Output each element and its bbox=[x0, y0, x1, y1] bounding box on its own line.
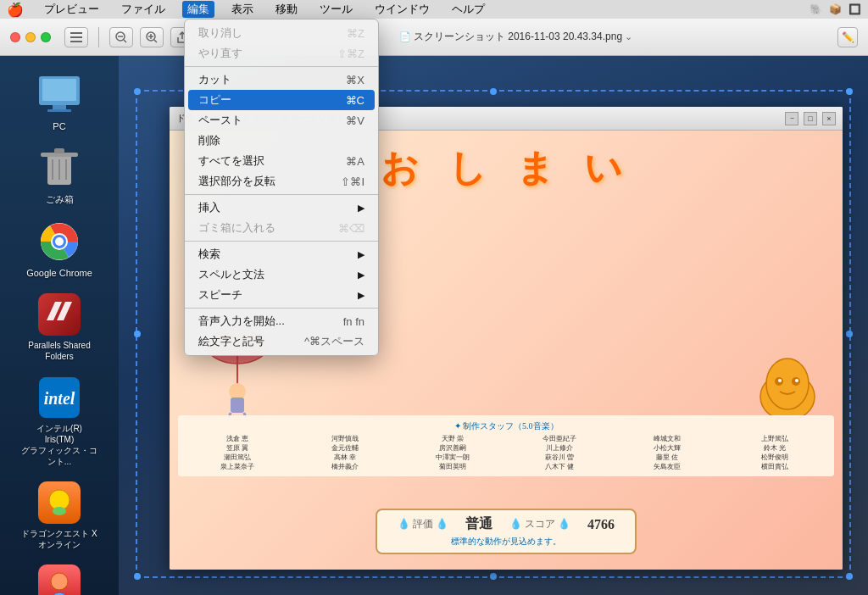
dropbox-icon[interactable]: 📦 bbox=[829, 3, 842, 15]
score-section: 💧 評価 💧 普通 💧 スコア 💧 4766 標準的な動作が見込めます。 bbox=[376, 509, 637, 554]
svg-point-32 bbox=[51, 573, 68, 590]
svg-rect-17 bbox=[54, 148, 64, 153]
chrome-icon-label: Google Chrome bbox=[26, 267, 92, 279]
menu-item-spellcheck[interactable]: スペルと文法 ▶ bbox=[185, 264, 378, 285]
menu-item-trash[interactable]: ゴミ箱に入れる ⌘⌫ bbox=[185, 218, 378, 238]
svg-rect-0 bbox=[70, 32, 82, 34]
menu-sep-2 bbox=[185, 194, 378, 195]
menu-item-cut[interactable]: カット ⌘X bbox=[185, 70, 378, 90]
menu-item-copy[interactable]: コピー ⌘C bbox=[188, 90, 375, 110]
svg-rect-12 bbox=[42, 79, 76, 101]
menu-item-select-inverse[interactable]: 選択部分を反転 ⇧⌘I bbox=[185, 171, 378, 192]
svg-point-46 bbox=[795, 379, 798, 382]
handle-top-right[interactable] bbox=[846, 88, 853, 95]
desktop-icon-intel[interactable]: intel インテル(R) Iris(TM) グラフィックス・コント... bbox=[21, 375, 97, 467]
edit-dropdown-menu: 取り消し ⌘Z やり直す ⇧⌘Z カット ⌘X コピー ⌘C ペースト ⌘V 削… bbox=[184, 19, 379, 356]
game-restore-button[interactable]: □ bbox=[804, 112, 817, 125]
menubar-tools[interactable]: ツール bbox=[314, 1, 358, 18]
menu-sep-3 bbox=[185, 241, 378, 242]
menubar-view[interactable]: 表示 bbox=[226, 1, 259, 18]
menu-item-emoji[interactable]: 絵文字と記号 ^⌘スペース bbox=[185, 331, 378, 352]
svg-rect-2 bbox=[70, 41, 82, 42]
markup-button[interactable]: ✏️ bbox=[837, 27, 858, 47]
svg-text:intel: intel bbox=[44, 389, 75, 408]
svg-rect-14 bbox=[47, 109, 71, 112]
menu-item-search[interactable]: 検索 ▶ bbox=[185, 244, 378, 264]
menu-item-speech[interactable]: スピーチ ▶ bbox=[185, 285, 378, 305]
menubar-move[interactable]: 移動 bbox=[270, 1, 303, 18]
maximize-button[interactable] bbox=[41, 32, 51, 42]
svg-rect-38 bbox=[231, 398, 244, 413]
menu-item-delete[interactable]: 削除 bbox=[185, 131, 378, 151]
score-row: 💧 評価 💧 普通 💧 スコア 💧 4766 bbox=[398, 515, 615, 533]
game-close-button[interactable]: × bbox=[822, 112, 836, 125]
desktop-icon-pc[interactable]: PC bbox=[21, 73, 97, 132]
evernote-icon[interactable]: 🐘 bbox=[810, 3, 822, 15]
svg-line-9 bbox=[154, 40, 157, 42]
apple-menu[interactable]: 🍎 bbox=[7, 2, 24, 18]
svg-point-24 bbox=[55, 237, 64, 246]
game-character-slime bbox=[749, 346, 826, 425]
desktop-icon-dq-bench[interactable]: ドラゴンクエスト X ベンチマークソフト bbox=[21, 564, 97, 595]
menu-item-redo[interactable]: やり直す ⇧⌘Z bbox=[185, 43, 378, 64]
menu-item-undo[interactable]: 取り消し ⌘Z bbox=[185, 23, 378, 43]
desktop-sidebar: PC ごみ箱 bbox=[0, 56, 119, 595]
menubar-help[interactable]: ヘルプ bbox=[447, 1, 490, 18]
menu-item-select-all[interactable]: すべてを選択 ⌘A bbox=[185, 151, 378, 171]
svg-line-5 bbox=[124, 40, 126, 42]
menu-sep-1 bbox=[185, 66, 378, 67]
menubar-preview[interactable]: プレビュー bbox=[39, 1, 104, 18]
handle-mid-left[interactable] bbox=[134, 331, 141, 337]
menu-sep-4 bbox=[185, 308, 378, 309]
staff-section: ✦ 制作スタッフ（5.0音楽） 浅倉 恵河野慎哉天野 崇今田亜紀子峰城文和上野篤… bbox=[178, 415, 834, 476]
svg-point-30 bbox=[53, 507, 66, 515]
menu-item-voice-input[interactable]: 音声入力を開始... fn fn bbox=[185, 311, 378, 331]
menubar-window[interactable]: ウインドウ bbox=[370, 1, 435, 18]
traffic-lights bbox=[10, 32, 51, 42]
intel-icon-label: インテル(R) Iris(TM) グラフィックス・コント... bbox=[21, 423, 97, 467]
handle-bottom-right[interactable] bbox=[846, 573, 853, 580]
zoom-in-button[interactable] bbox=[140, 27, 164, 47]
menu-item-insert[interactable]: 挿入 ▶ bbox=[185, 197, 378, 218]
handle-mid-right[interactable] bbox=[846, 331, 853, 337]
game-minimize-button[interactable]: － bbox=[785, 112, 798, 125]
desktop-icon-chrome[interactable]: Google Chrome bbox=[21, 220, 97, 279]
svg-rect-25 bbox=[38, 293, 81, 336]
trash-icon-label: ごみ箱 bbox=[46, 193, 74, 205]
desktop-icon-trash[interactable]: ごみ箱 bbox=[21, 146, 97, 205]
desktop-icon-dq-online[interactable]: ドラゴンクエスト X オンライン bbox=[21, 481, 97, 550]
pc-icon-label: PC bbox=[53, 120, 65, 132]
parallels-icon-label: Parallels Shared Folders bbox=[28, 340, 90, 362]
status-icon[interactable]: 🔲 bbox=[849, 3, 861, 15]
desktop-icon-parallels[interactable]: Parallels Shared Folders bbox=[21, 292, 97, 362]
preview-toolbar: 📄 スクリーンショット 2016-11-03 20.43.34.png ⌄ ✏️ bbox=[0, 19, 868, 56]
sidebar-toggle-button[interactable] bbox=[64, 27, 88, 47]
menubar-file[interactable]: ファイル bbox=[116, 1, 170, 18]
handle-top-left[interactable] bbox=[134, 88, 141, 95]
menubar: 🍎 プレビュー ファイル 編集 表示 移動 ツール ウインドウ ヘルプ 🐘 📦 … bbox=[0, 0, 868, 19]
svg-rect-1 bbox=[70, 36, 82, 38]
svg-point-45 bbox=[778, 379, 782, 382]
staff-grid: 浅倉 恵河野慎哉天野 崇今田亜紀子峰城文和上野篤弘 笠原 翼金元佐輔房沢善嗣川上… bbox=[185, 435, 827, 471]
handle-bottom-center[interactable] bbox=[490, 573, 497, 580]
handle-bottom-left[interactable] bbox=[134, 573, 141, 580]
minimize-button[interactable] bbox=[25, 32, 36, 42]
zoom-out-button[interactable] bbox=[109, 27, 133, 47]
handle-top-center[interactable] bbox=[490, 88, 497, 95]
menubar-edit[interactable]: 編集 bbox=[182, 1, 214, 18]
toolbar-separator bbox=[98, 27, 99, 47]
menu-item-paste[interactable]: ペースト ⌘V bbox=[185, 110, 378, 131]
menubar-right-icons: 🐘 📦 🔲 bbox=[810, 3, 861, 15]
close-button[interactable] bbox=[10, 32, 20, 42]
dq-online-icon-label: ドラゴンクエスト X オンライン bbox=[21, 528, 97, 550]
score-sub: 標準的な動作が見込めます。 bbox=[398, 536, 615, 548]
svg-rect-13 bbox=[53, 105, 66, 109]
staff-title: ✦ 制作スタッフ（5.0音楽） bbox=[185, 420, 827, 432]
svg-point-42 bbox=[766, 359, 809, 409]
